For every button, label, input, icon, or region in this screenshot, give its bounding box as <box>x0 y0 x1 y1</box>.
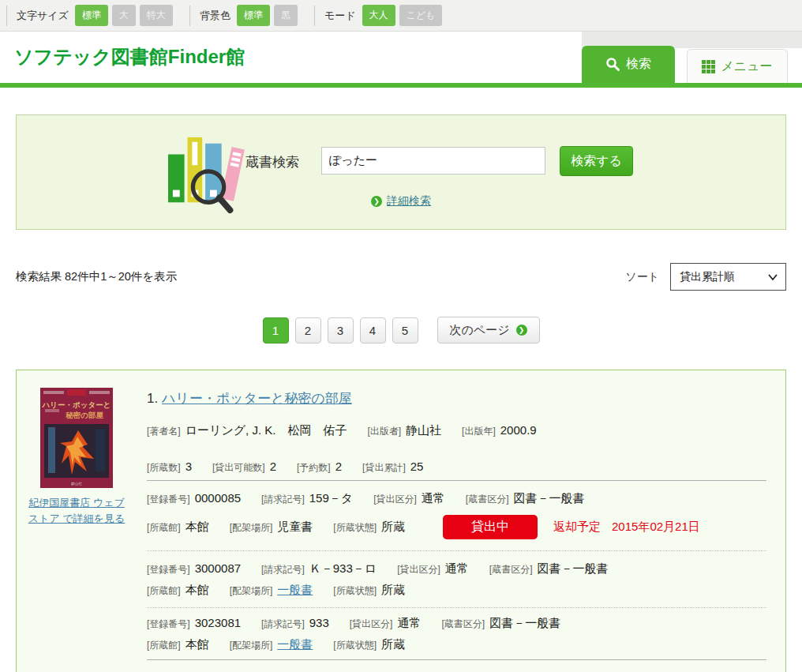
font-size-xlarge-button[interactable]: 特大 <box>140 5 173 26</box>
search-input[interactable] <box>321 147 545 175</box>
copy-row: [登録番号]0000085 [請求記号]159－タ [貸出区分]通常 [蔵書区分… <box>147 491 766 506</box>
next-page-button[interactable]: 次のページ ❯ <box>437 317 540 344</box>
shelf-value: 児童書 <box>277 520 313 533</box>
loan-type-value: 通常 <box>445 561 469 575</box>
holdings-label: [所蔵数] <box>147 462 181 473</box>
bg-black-button[interactable]: 黒 <box>274 5 298 26</box>
sort-select[interactable]: 貸出累計順 <box>670 263 786 291</box>
reserves-value: 2 <box>335 460 342 473</box>
book-cover-image[interactable]: ハリー・ポッターと 秘密の部屋 静山社 <box>40 388 113 488</box>
return-due-date: 2015年02月21日 <box>612 520 700 533</box>
chevron-down-icon <box>766 271 779 283</box>
lendable-value: 2 <box>270 460 276 473</box>
divider <box>147 550 766 551</box>
next-page-label: 次のページ <box>449 323 509 338</box>
loan-type-value: 通常 <box>397 616 421 629</box>
divider <box>147 480 766 481</box>
lendable-label: [貸出可能数] <box>212 462 265 473</box>
accessibility-options-bar: 文字サイズ 標準 大 特大 背景色 標準 黒 モード 大人 こども <box>0 0 802 32</box>
call-number-value: 933 <box>309 616 329 629</box>
material-type-value: 図書－一般書 <box>513 491 584 505</box>
reg-number-value: 3000087 <box>195 561 241 575</box>
holdings-value: 3 <box>186 460 192 473</box>
total-loans-label: [貸出累計] <box>362 462 406 473</box>
divider <box>147 607 766 608</box>
library-value: 本館 <box>186 637 209 651</box>
publisher-label: [出版者] <box>367 426 401 437</box>
reserves-label: [予約数] <box>297 462 331 473</box>
header-accent-bar <box>0 83 802 88</box>
library-label: [所蔵館] <box>147 640 181 651</box>
publisher-value: 静山社 <box>406 423 441 437</box>
item-title-link[interactable]: ハリー・ポッターと秘密の部屋 <box>162 391 352 406</box>
item-number: 1. <box>147 391 158 406</box>
results-summary: 検索結果 82件中1～20件を表示 <box>16 269 177 284</box>
pubyear-label: [出版年] <box>462 426 496 437</box>
mode-kids-button[interactable]: こども <box>399 5 443 26</box>
copy-row: [所蔵館]本館 [配架場所]一般書 [所蔵状態]所蔵 <box>147 583 766 598</box>
mode-adult-button[interactable]: 大人 <box>362 5 395 26</box>
call-number-label: [請求記号] <box>261 564 305 575</box>
font-size-label: 文字サイズ <box>17 9 69 23</box>
reg-number-label: [登録番号] <box>147 494 190 505</box>
tab-menu[interactable]: メニュー <box>687 49 788 83</box>
call-number-value: Ｋ－933－ロ <box>309 561 377 575</box>
result-item-main: 1. ハリー・ポッターと秘密の部屋 [著者名]ローリング, J. K. 松岡 佑… <box>147 370 785 672</box>
divider <box>147 659 766 660</box>
status-label: [所蔵状態] <box>333 640 377 651</box>
copy-row: [登録番号]3000087 [請求記号]Ｋ－933－ロ [貸出区分]通常 [蔵書… <box>147 561 766 576</box>
loan-type-label: [貸出区分] <box>373 494 417 505</box>
font-size-standard-button[interactable]: 標準 <box>75 5 108 26</box>
author-value: ローリング, J. K. 松岡 佑子 <box>186 423 347 437</box>
loan-type-label: [貸出区分] <box>397 564 440 575</box>
shelf-location-link[interactable]: 一般書 <box>277 583 313 596</box>
font-size-large-button[interactable]: 大 <box>112 5 136 26</box>
advanced-search-link[interactable]: 詳細検索 <box>387 194 431 208</box>
material-type-label: [蔵書区分] <box>441 618 485 629</box>
reg-number-label: [登録番号] <box>147 564 190 575</box>
page-button-2[interactable]: 2 <box>295 317 321 344</box>
sort-label: ソート <box>625 270 659 284</box>
catalog-search-panel: 蔵書検索 検索する ❯ 詳細検索 <box>16 115 786 230</box>
shelf-label: [配架場所] <box>230 522 273 533</box>
sort-controls: ソート 貸出累計順 <box>625 263 786 291</box>
sort-selected-value: 貸出累計順 <box>680 270 735 284</box>
page-button-5[interactable]: 5 <box>392 317 418 344</box>
status-label: [所蔵状態] <box>333 585 377 596</box>
copy-row: [登録番号]3023081 [請求記号]933 [貸出区分]通常 [蔵書区分]図… <box>147 616 766 631</box>
background-color-group: 背景色 標準 黒 <box>189 6 314 26</box>
call-number-label: [請求記号] <box>261 494 305 505</box>
loan-type-value: 通常 <box>422 491 445 505</box>
library-value: 本館 <box>186 583 209 596</box>
material-type-label: [蔵書区分] <box>466 494 509 505</box>
author-label: [著者名] <box>147 426 181 437</box>
pagination: 1 2 3 4 5 次のページ ❯ <box>0 317 802 344</box>
arrow-circle-icon: ❯ <box>371 196 382 207</box>
page-button-4[interactable]: 4 <box>360 317 386 344</box>
page-button-1[interactable]: 1 <box>263 317 289 344</box>
shelf-location-link[interactable]: 一般書 <box>277 637 313 651</box>
mode-group: モード 大人 こども <box>314 6 459 26</box>
results-bar: 検索結果 82件中1～20件を表示 ソート 貸出累計順 <box>16 263 786 291</box>
status-value: 所蔵 <box>381 637 405 651</box>
material-type-value: 図書－一般書 <box>537 561 608 575</box>
return-due-text: 返却予定2015年02月21日 <box>553 520 700 535</box>
call-number-value: 159－タ <box>309 491 353 505</box>
bg-standard-button[interactable]: 標準 <box>237 5 270 26</box>
tab-menu-label: メニュー <box>721 58 772 75</box>
kinokuniya-store-link[interactable]: 紀伊国屋書店 ウェブストア で詳細を見る <box>27 495 126 527</box>
page-button-3[interactable]: 3 <box>328 317 354 344</box>
status-value: 所蔵 <box>381 520 405 533</box>
shelf-label: [配架場所] <box>230 640 273 651</box>
arrow-circle-icon: ❯ <box>516 325 527 336</box>
search-submit-button[interactable]: 検索する <box>560 146 633 176</box>
tab-search[interactable]: 検索 <box>582 46 675 83</box>
return-due-label: 返却予定 <box>553 520 601 533</box>
copy-row: [所蔵館]本館 [配架場所]児童書 [所蔵状態]所蔵 貸出中 返却予定2015年… <box>147 515 766 539</box>
svg-text:秘密の部屋: 秘密の部屋 <box>65 411 103 419</box>
item-meta-row: [著者名]ローリング, J. K. 松岡 佑子 [出版者]静山社 [出版年]20… <box>147 423 766 438</box>
on-loan-badge: 貸出中 <box>443 515 538 539</box>
library-value: 本館 <box>186 520 209 533</box>
catalog-search-label: 蔵書検索 <box>245 153 299 171</box>
status-value: 所蔵 <box>381 583 405 596</box>
